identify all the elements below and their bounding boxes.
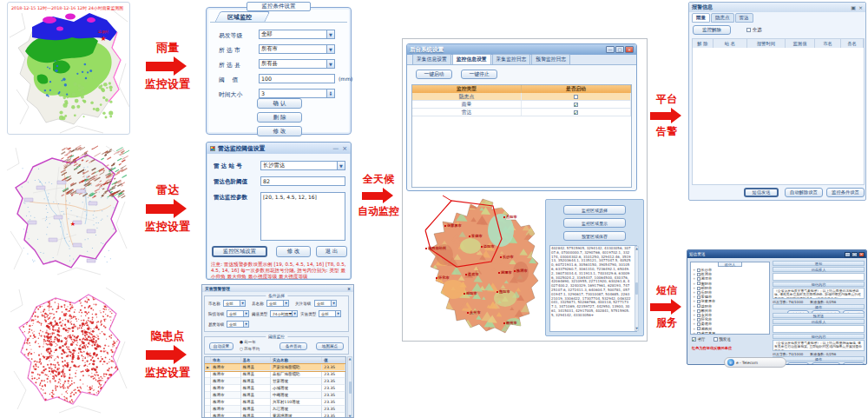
hazard-table-row[interactable]: ▶株洲市株洲县严家坝地面塌陷23.35: [205, 364, 345, 371]
expand-icon[interactable]: +: [693, 299, 696, 303]
stop-all-button[interactable]: 一键停止: [461, 70, 497, 79]
spinner-arrows-icon[interactable]: ▲▼: [326, 90, 334, 97]
expand-icon[interactable]: +: [693, 331, 696, 335]
backend-table-row[interactable]: 雷达: [412, 109, 631, 116]
monitor-condition-settings-button[interactable]: 监控条件设置: [826, 188, 865, 197]
sms-message-textarea[interactable]: 《全省突发地质灾害气象预警》: 以上站点雨量持续偏强, 请有关单位启动应急预案,…: [773, 340, 865, 351]
auto-set-button[interactable]: 自动设置: [209, 342, 233, 350]
hazard-table-row[interactable]: 株洲市株洲县甘家滑坡23.35: [205, 378, 345, 385]
recipient-tree-item[interactable]: +省厅直属: [693, 331, 767, 335]
recipient-checkbox-icon[interactable]: [697, 269, 700, 272]
scroll-thumb[interactable]: [349, 382, 352, 394]
dropdown-arrow-icon[interactable]: ▼: [326, 30, 334, 38]
disaster-type-select[interactable]: 全部▼: [319, 310, 341, 317]
recipient-checkbox-icon[interactable]: [697, 314, 700, 317]
modify-button[interactable]: 修 改: [276, 246, 311, 257]
recipient-checkbox-icon[interactable]: [697, 287, 700, 290]
threshold-type-select[interactable]: 24小时雨量▼: [270, 310, 298, 317]
delete-button[interactable]: 删 除: [257, 112, 302, 123]
expand-icon[interactable]: +: [693, 282, 696, 286]
start-checkbox-icon[interactable]: [574, 95, 578, 99]
tab-hazard-point[interactable]: 隐患点: [711, 13, 734, 23]
threshold-input[interactable]: 100: [259, 74, 335, 83]
time-size-spinner[interactable]: 3 ▲▼: [259, 89, 335, 98]
hazard-table-row[interactable]: 株洲市株洲县中棚滑坡23.35: [205, 392, 345, 399]
recipient-checkbox-icon[interactable]: [697, 273, 700, 276]
close-icon[interactable]: ×: [342, 145, 347, 152]
recipient-checkbox-icon[interactable]: [697, 295, 700, 299]
monitor-region-show-button[interactable]: 监控区域显示: [563, 218, 626, 228]
scroll-down-icon[interactable]: ▼: [349, 415, 352, 418]
map-plot-button[interactable]: 地图展点: [316, 342, 344, 350]
tab-rain[interactable]: 雨量: [692, 13, 710, 23]
start-checkbox-icon[interactable]: [574, 103, 578, 107]
close-icon[interactable]: ×: [858, 252, 865, 257]
dropdown-arrow-icon[interactable]: ▼: [326, 60, 334, 68]
confirm-button[interactable]: 确 认: [257, 98, 302, 109]
expand-icon[interactable]: +: [693, 322, 696, 326]
close-icon[interactable]: ×: [347, 287, 351, 291]
region-coords-textarea[interactable]: 402842, 57515905, 3294142, 43303056, 307…: [549, 245, 637, 332]
start-checkbox-icon[interactable]: [574, 110, 578, 115]
query-button[interactable]: 条件查询: [279, 342, 307, 350]
susceptibility-select[interactable]: 全部▼: [227, 321, 249, 328]
confirm-content-button[interactable]: 确定发送内容: [812, 362, 840, 365]
release-monitor-button[interactable]: 监控解除: [693, 25, 731, 35]
recipient-checkbox-icon[interactable]: [697, 291, 700, 295]
hazard-table-row[interactable]: 株洲市株洲县小城滑坡23.35: [205, 385, 345, 392]
maximize-icon[interactable]: □: [615, 46, 624, 53]
sms-message-textarea[interactable]: 《全省突发地质灾害气象预警》: 以上站点雨量已达预警阈值, 请相关单位及时关注降…: [773, 288, 865, 299]
scroll-thumb[interactable]: [635, 282, 638, 295]
send-now-button[interactable]: 立即发送: [843, 362, 865, 365]
recipient-checkbox-icon[interactable]: [697, 327, 700, 330]
pre-send-box-icon[interactable]: [713, 337, 718, 342]
level-select[interactable]: 全部▼: [259, 30, 335, 39]
pin-icon[interactable]: ▣: [851, 4, 856, 10]
recipient-checkbox-icon[interactable]: [697, 309, 700, 313]
hazard-table-row[interactable]: 株洲市株洲县黄泥塘滑坡23.35: [205, 413, 345, 418]
recipient-tab[interactable]: 收信人: [718, 262, 742, 267]
expand-icon[interactable]: +: [693, 304, 696, 309]
province-office-checkbox[interactable]: 省厅: [692, 337, 705, 342]
radar-station-select[interactable]: 长沙雷达▼: [260, 161, 345, 170]
province-office-box-icon[interactable]: [692, 337, 696, 342]
radar-params-textarea[interactable]: [20, 1.5, 4.5, 12, 16]: [260, 192, 345, 241]
start-all-button[interactable]: 一键启动: [416, 70, 452, 79]
attention-level-select[interactable]: 全部▼: [314, 300, 337, 307]
expand-icon[interactable]: +: [693, 276, 696, 281]
county-filter-select[interactable]: 全部▼: [266, 300, 289, 307]
backend-table-row[interactable]: 雨量: [412, 101, 631, 109]
close-icon[interactable]: ×: [625, 46, 634, 53]
tab-collect-log[interactable]: 采集监控日志: [492, 54, 531, 64]
city-select[interactable]: 所有市▼: [259, 44, 335, 54]
dropdown-arrow-icon[interactable]: ▼: [337, 162, 345, 169]
danger-level-select[interactable]: 全部▼: [227, 310, 249, 317]
tab-warning-log[interactable]: 预警监控日志: [531, 54, 570, 64]
tab-collect-settings[interactable]: 采集信息设置: [412, 54, 451, 64]
minimize-icon[interactable]: —: [845, 252, 851, 257]
recipient-checkbox-icon[interactable]: [697, 304, 700, 308]
recipient-checkbox-icon[interactable]: [697, 300, 700, 303]
modify-button[interactable]: 修 改: [257, 126, 302, 136]
scroll-down-icon[interactable]: ▼: [635, 327, 638, 330]
scroll-up-icon[interactable]: ▲: [635, 247, 638, 250]
hazard-table-scrollbar[interactable]: ▲▼: [347, 356, 352, 418]
maximize-icon[interactable]: □: [852, 252, 858, 257]
exit-button[interactable]: 退 出: [316, 246, 347, 257]
close-icon[interactable]: ×: [858, 4, 863, 10]
tab-radar[interactable]: 雷达: [735, 13, 753, 23]
recipient-checkbox-icon[interactable]: [697, 282, 700, 285]
monitor-region-settings-button[interactable]: 监控区域设置: [212, 246, 267, 257]
recipient-checkbox-icon[interactable]: [697, 318, 700, 322]
sms-send-button[interactable]: 短信发送: [744, 188, 779, 197]
dropdown-arrow-icon[interactable]: ▼: [326, 45, 334, 53]
monitor-region-select-button[interactable]: 监控区域选择: [563, 205, 626, 215]
scroll-up-icon[interactable]: ▲: [349, 357, 352, 361]
select-all-checkbox[interactable]: 全选: [746, 27, 762, 33]
select-all-box-icon[interactable]: [746, 28, 751, 32]
recipient-checkbox-icon[interactable]: [697, 322, 700, 326]
radio-last-year[interactable]: ● 前一年: [240, 340, 256, 344]
hazard-table-row[interactable]: 株洲市株洲县九江滑坡23.35: [205, 406, 345, 413]
taskbar-item[interactable]: e e - Telecom: [724, 357, 786, 368]
radio-yearly-average[interactable]: ○ 历年平均: [240, 347, 260, 351]
